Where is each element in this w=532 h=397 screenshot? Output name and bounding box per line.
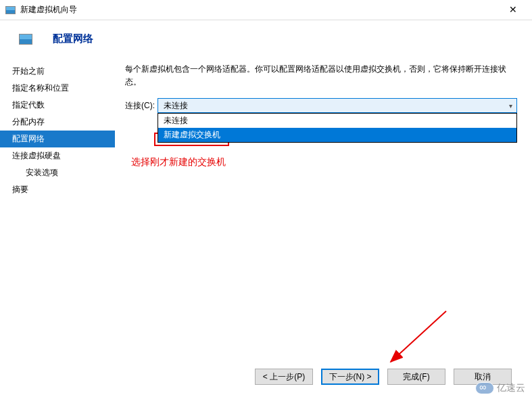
dropdown-list: 未连接新建虚拟交换机 (158, 113, 517, 143)
main-content: 每个新虚拟机包含一个网络适配器。你可以配置网络适配器以使用虚拟交换机，否则，它将… (115, 59, 532, 350)
sidebar-item[interactable]: 摘要 (0, 181, 115, 198)
page-title: 配置网络 (53, 32, 93, 45)
sidebar-item[interactable]: 安装选项 (0, 164, 115, 181)
titlebar: 新建虚拟机向导 ✕ (0, 0, 532, 20)
sidebar-item[interactable]: 开始之前 (0, 63, 115, 80)
wizard-header: 配置网络 (0, 20, 532, 59)
combo-value: 未连接 (164, 100, 188, 112)
dropdown-option[interactable]: 未连接 (158, 114, 516, 128)
next-button[interactable]: 下一步(N) > (321, 369, 379, 385)
prev-button[interactable]: < 上一步(P) (255, 369, 313, 385)
wizard-icon (19, 34, 32, 45)
watermark-logo-icon (475, 382, 494, 394)
sidebar-item[interactable]: 连接虚拟硬盘 (0, 147, 115, 164)
app-icon (5, 6, 16, 14)
description-text: 每个新虚拟机包含一个网络适配器。你可以配置网络适配器以使用虚拟交换机，否则，它将… (125, 63, 517, 89)
connection-dropdown[interactable]: 未连接 ▾ (158, 98, 517, 113)
close-icon[interactable]: ✕ (500, 0, 527, 20)
watermark-text: 亿速云 (497, 382, 525, 394)
watermark: 亿速云 (475, 382, 525, 394)
window-title: 新建虚拟机向导 (20, 4, 500, 16)
sidebar-item[interactable]: 指定名称和位置 (0, 80, 115, 97)
finish-button[interactable]: 完成(F) (387, 369, 445, 385)
sidebar-item[interactable]: 指定代数 (0, 97, 115, 114)
sidebar-item[interactable]: 配置网络 (0, 131, 115, 147)
dropdown-option[interactable]: 新建虚拟交换机 (158, 128, 516, 142)
annotation-text: 选择刚才新建的交换机 (131, 156, 226, 168)
wizard-steps: 开始之前指定名称和位置指定代数分配内存配置网络连接虚拟硬盘安装选项摘要 (0, 59, 115, 350)
chevron-down-icon: ▾ (509, 102, 512, 110)
wizard-footer: < 上一步(P) 下一步(N) > 完成(F) 取消 (255, 369, 512, 385)
connection-label: 连接(C): (125, 100, 155, 112)
sidebar-item[interactable]: 分配内存 (0, 114, 115, 131)
